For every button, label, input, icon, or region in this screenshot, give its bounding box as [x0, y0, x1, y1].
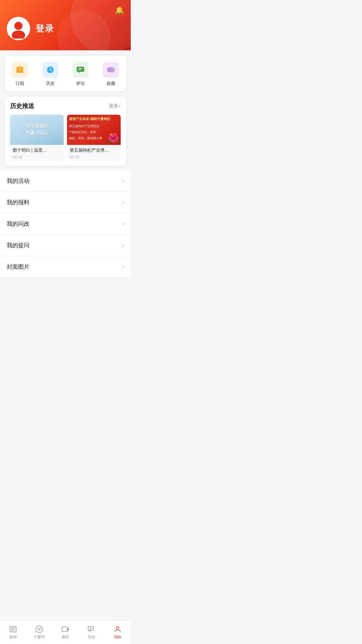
subscribe-icon-wrap: + [12, 62, 28, 78]
news-card-2-image: 展现产业风采 唱响宁夏枸杞 第五届枸杞产业博览会宁夏枸杞书法、美术、摄影、剪纸、… [67, 115, 121, 145]
favorite-icon [106, 65, 116, 74]
subscribe-icon: + [15, 65, 24, 74]
news-card-1[interactable]: 你不知道的气象小知识 图个明白 | 温度… 05-16 [10, 115, 64, 160]
svg-text:+: + [19, 67, 21, 72]
svg-rect-7 [77, 67, 84, 72]
login-button[interactable]: 登录 [36, 23, 54, 35]
quick-actions-card: + 订阅 历史 评论 [5, 56, 126, 91]
subscribe-label: 订阅 [15, 80, 24, 87]
quick-action-history[interactable]: 历史 [42, 62, 58, 87]
menu-item-my-questions[interactable]: 我的提问 › [0, 235, 131, 256]
quick-action-favorite[interactable]: 收藏 [103, 62, 119, 87]
favorite-label: 收藏 [107, 80, 115, 87]
news-card-2-title-text: 展现产业风采 唱响宁夏枸杞 [69, 117, 110, 121]
news-card-2-body-text: 第五届枸杞产业博览会宁夏枸杞书法、美术、摄影、剪纸、微视频大赛 [69, 124, 102, 140]
cover-photos-chevron: › [122, 263, 124, 270]
my-questions-chevron: › [122, 242, 124, 249]
menu-item-cover-photos[interactable]: 封面图片 › [0, 256, 131, 277]
news-card-2-body: 第五届枸杞产业博… 05-12 [67, 145, 121, 160]
news-card-1-image: 你不知道的气象小知识 [10, 115, 64, 145]
section-header: 历史推送 更多 › [10, 102, 121, 110]
news-card-1-img-text: 你不知道的气象小知识 [24, 121, 50, 139]
news-card-2-img-content: 展现产业风采 唱响宁夏枸杞 第五届枸杞产业博览会宁夏枸杞书法、美术、摄影、剪纸、… [69, 117, 110, 141]
quick-action-comment[interactable]: 评论 [72, 62, 88, 87]
my-reports-label: 我的报料 [7, 199, 29, 206]
news-card-2-date: 05-12 [70, 155, 118, 159]
news-card-1-date: 05-16 [13, 155, 61, 159]
cover-photos-label: 封面图片 [7, 263, 29, 271]
news-card-2[interactable]: 展现产业风采 唱响宁夏枸杞 第五届枸杞产业博览会宁夏枸杞书法、美术、摄影、剪纸、… [67, 115, 121, 160]
my-activities-chevron: › [122, 177, 124, 184]
avatar-icon [8, 18, 28, 39]
svg-point-1 [12, 31, 25, 39]
my-activities-label: 我的活动 [7, 177, 29, 185]
history-push-section: 历史推送 更多 › 你不知道的气象小知识 图个明白 | 温度… 05-16 展现… [5, 97, 126, 166]
menu-list: 我的活动 › 我的报料 › 我的问政 › 我的提问 › 封面图片 › [0, 170, 131, 277]
avatar[interactable] [7, 17, 30, 40]
my-politics-chevron: › [122, 220, 124, 227]
comment-label: 评论 [76, 80, 85, 87]
my-reports-chevron: › [122, 199, 124, 206]
my-politics-label: 我的问政 [7, 220, 29, 228]
history-icon-wrap [42, 62, 58, 78]
history-label: 历史 [46, 80, 55, 87]
menu-item-my-activities[interactable]: 我的活动 › [0, 170, 131, 192]
more-label: 更多 [109, 103, 118, 109]
more-button[interactable]: 更多 › [109, 103, 121, 109]
svg-point-12 [110, 67, 115, 72]
profile-row: 登录 [7, 17, 124, 40]
news-card-1-title: 图个明白 | 温度… [13, 148, 61, 153]
svg-marker-8 [78, 72, 80, 73]
chevron-right-icon: › [119, 103, 121, 109]
menu-item-my-reports[interactable]: 我的报料 › [0, 192, 131, 213]
news-card-1-body: 图个明白 | 温度… 05-16 [10, 145, 64, 160]
favorite-icon-wrap [103, 62, 119, 78]
quick-action-subscribe[interactable]: + 订阅 [12, 62, 28, 87]
svg-point-0 [14, 22, 22, 30]
comment-icon [76, 65, 85, 74]
section-title: 历史推送 [10, 102, 34, 110]
news-card-2-title: 第五届枸杞产业博… [70, 148, 118, 153]
my-questions-label: 我的提问 [7, 241, 29, 249]
menu-item-my-politics[interactable]: 我的问政 › [0, 213, 131, 235]
history-icon [46, 65, 55, 74]
bell-icon[interactable]: 🔔 [115, 6, 124, 15]
header-section: 🔔 登录 [0, 0, 131, 50]
news-grid: 你不知道的气象小知识 图个明白 | 温度… 05-16 展现产业风采 唱响宁夏枸… [10, 115, 121, 160]
comment-icon-wrap [72, 62, 88, 78]
